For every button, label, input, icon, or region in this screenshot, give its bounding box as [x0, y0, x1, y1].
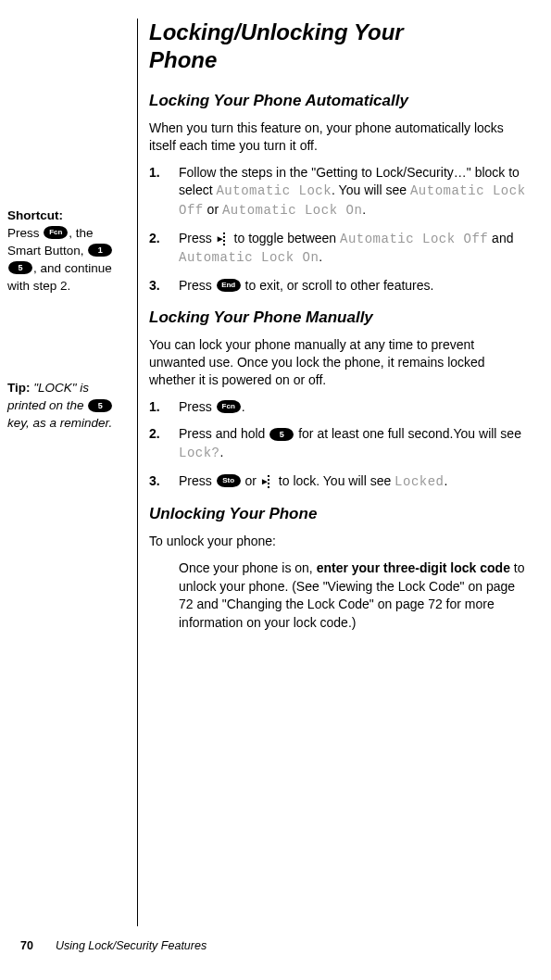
- shortcut-label: Shortcut:: [7, 208, 63, 222]
- step-item: 3. Press Sto or to lock. You will see Lo…: [179, 472, 531, 492]
- section-heading-auto-lock: Locking Your Phone Automatically: [149, 91, 531, 112]
- section-heading-unlock: Unlocking Your Phone: [149, 504, 531, 525]
- fcn-key-icon: Fcn: [44, 226, 68, 239]
- end-key-icon: End: [217, 279, 241, 292]
- step-item: 1. Follow the steps in the "Getting to L…: [179, 164, 531, 220]
- section-intro: You can lock your phone manually at any …: [149, 336, 531, 389]
- five-key-icon: 5: [88, 399, 112, 412]
- five-key-icon: 5: [269, 428, 294, 441]
- five-key-icon: 5: [8, 261, 32, 274]
- section-intro: To unlock your phone:: [149, 533, 531, 550]
- arrow-right-icon: [216, 234, 231, 244]
- sidebar-shortcut: Shortcut: Press Fcn, the Smart Button, 1…: [7, 207, 130, 295]
- step-item: 1. Press Fcn.: [179, 398, 531, 417]
- page-number: 70: [20, 939, 33, 952]
- fcn-key-icon: Fcn: [217, 400, 241, 413]
- sto-key-icon: Sto: [217, 474, 241, 487]
- step-item: 3. Press End to exit, or scroll to other…: [179, 277, 531, 295]
- tip-label: Tip:: [7, 381, 31, 395]
- unlock-instructions: Once your phone is on, enter your three-…: [149, 559, 531, 632]
- page-footer: 70Using Lock/Security Features: [20, 939, 207, 952]
- section-heading-manual-lock: Locking Your Phone Manually: [149, 308, 531, 329]
- step-item: 2. Press to toggle between Automatic Loc…: [179, 230, 531, 268]
- vertical-divider: [137, 19, 138, 926]
- manual-lock-steps: 1. Press Fcn. 2. Press and hold 5 for at…: [149, 398, 531, 491]
- auto-lock-steps: 1. Follow the steps in the "Getting to L…: [149, 164, 531, 295]
- page-title: Locking/Unlocking Your Phone: [149, 19, 531, 74]
- arrow-right-icon: [260, 477, 275, 486]
- step-item: 2. Press and hold 5 for at least one ful…: [179, 425, 531, 462]
- section-intro: When you turn this feature on, your phon…: [149, 119, 531, 155]
- footer-section-title: Using Lock/Security Features: [56, 939, 207, 952]
- one-key-icon: 1: [88, 244, 112, 257]
- sidebar-tip: Tip: "LOCK" is printed on the 5 key, as …: [7, 380, 130, 433]
